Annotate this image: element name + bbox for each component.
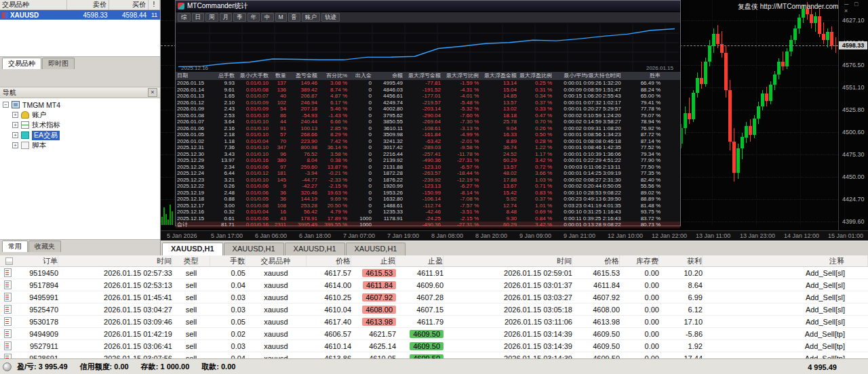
- order-row[interactable]: 94949092026.01.15 01:42:19sell0.02xauusd…: [0, 328, 868, 340]
- swap-value: 0.00: [620, 281, 659, 289]
- stop-loss-value: 4615.53: [362, 269, 396, 277]
- stats-cell: 1953.26: [374, 190, 405, 196]
- market-watch-tab[interactable]: 交易品种: [2, 58, 41, 69]
- stats-cell: 13.57: [481, 164, 519, 171]
- nav-item-indicators[interactable]: +技术指标: [0, 120, 160, 130]
- terminal-column-header[interactable]: 订单: [15, 255, 58, 266]
- navigator-tab[interactable]: 收藏夹: [28, 241, 61, 252]
- mtcommander-titlebar[interactable]: MTCommander统计: [176, 1, 680, 12]
- expand-icon[interactable]: +: [12, 142, 18, 148]
- expand-icon[interactable]: +: [12, 132, 18, 138]
- terminal-column-header[interactable]: 获利: [659, 255, 703, 266]
- stats-cell: 3.42 %: [519, 222, 554, 228]
- chart-window-controls[interactable]: ─ □ ×: [844, 1, 868, 14]
- expand-icon[interactable]: +: [12, 122, 18, 128]
- market-watch-tab[interactable]: 即时图: [42, 58, 75, 69]
- grid-icon[interactable]: [5, 257, 13, 265]
- stats-cell: -112.74: [405, 203, 443, 209]
- close-price: 4608.00: [572, 306, 620, 314]
- order-row[interactable]: 94959912026.01.15 01:45:41sell0.03xauusd…: [0, 291, 868, 304]
- stats-column-header[interactable]: 百分比%: [319, 72, 349, 80]
- order-row[interactable]: 95254702026.01.15 03:04:27sell0.03xauusd…: [0, 304, 868, 316]
- terminal-column-header[interactable]: 时间: [58, 255, 172, 266]
- stats-column-header[interactable]: 最大浮亏金额: [405, 72, 443, 80]
- v-gridline: [800, 0, 801, 226]
- terminal-column-header[interactable]: 注释: [703, 255, 868, 266]
- stats-column-header[interactable]: 出入金: [349, 72, 374, 80]
- market-watch-column-header[interactable]: 买价: [109, 0, 149, 9]
- nav-item-accounts[interactable]: +账户: [0, 110, 160, 120]
- stats-column-header[interactable]: 余额: [374, 72, 405, 80]
- stats-cell: 0: [349, 183, 374, 190]
- stats-toolbar-button[interactable]: 综: [178, 13, 191, 22]
- collapse-icon[interactable]: −: [3, 102, 9, 108]
- terminal-column-header[interactable]: 交易品种: [245, 255, 307, 266]
- symbol-row[interactable]: XAUUSD4598.334598.4411: [0, 10, 160, 20]
- stats-toolbar-button[interactable]: 轨迹: [321, 13, 340, 22]
- market-watch-column-header[interactable]: 交易品种: [0, 0, 67, 9]
- time-axis[interactable]: 5 Jan 20265 Jan 17:006 Jan 06:006 Jan 18…: [161, 230, 868, 241]
- stats-column-header[interactable]: 最小/大手数: [237, 72, 271, 80]
- market-watch-header[interactable]: 交易品种卖价买价!: [0, 0, 160, 10]
- stats-toolbar-button[interactable]: M: [275, 13, 287, 22]
- nav-item-ea[interactable]: +EA交易: [0, 130, 160, 140]
- stats-toolbar-button[interactable]: 音: [288, 13, 301, 22]
- market-watch-column-header[interactable]: 卖价: [67, 0, 109, 9]
- stats-toolbar-button[interactable]: 周: [205, 13, 218, 22]
- stats-toolbar-button[interactable]: 账户: [302, 13, 320, 22]
- chart-tab[interactable]: XAUUSD,H1: [162, 243, 223, 255]
- market-watch-tabs: 交易品种即时图: [0, 56, 160, 69]
- stats-column-header[interactable]: 日期: [177, 72, 214, 80]
- chart-tab[interactable]: XAUUSD,H1: [224, 243, 284, 255]
- stats-row: 2026.01.159.930.01/0.10137149.463.08 %04…: [176, 80, 680, 87]
- terminal-column-header[interactable]: 库存费: [620, 255, 659, 266]
- stats-cell: 8.48: [481, 209, 519, 215]
- stats-cell: 9.30: [481, 215, 519, 222]
- terminal-column-header[interactable]: 价格: [307, 255, 351, 266]
- stats-toolbar-button[interactable]: 中: [261, 13, 274, 22]
- chart-tab[interactable]: XAUUSD,H1: [346, 243, 406, 255]
- stats-column-header[interactable]: 胜率: [633, 72, 663, 80]
- market-watch-column-header[interactable]: !: [149, 0, 160, 9]
- order-row[interactable]: 95194502026.01.15 02:57:33sell0.05xauusd…: [0, 267, 868, 279]
- order-row[interactable]: 95178942026.01.15 02:53:13sell0.04xauusd…: [0, 279, 868, 291]
- stats-cell: 2026.01.09: [177, 106, 214, 112]
- stats-cell: 7.42 %: [319, 138, 349, 145]
- stats-column-header[interactable]: 数量: [271, 72, 288, 80]
- stats-toolbar-button[interactable]: 季: [233, 13, 246, 22]
- order-type: sell: [172, 306, 210, 314]
- stats-cell: -3.94: [288, 170, 319, 177]
- terminal-column-header[interactable]: 止损: [351, 255, 396, 266]
- open-time: 2026.01.15 02:53:13: [58, 281, 172, 289]
- stats-cell: 77.90 %: [633, 157, 663, 164]
- stats-row: 合计81.710.01/0.1623113995.49399.55 %1000-…: [176, 222, 680, 228]
- candle-wick: [689, 98, 690, 124]
- navigator-titlebar[interactable]: 导航 ×: [0, 87, 160, 98]
- stats-column-header[interactable]: 最大浮亏比例: [443, 72, 481, 80]
- chart-tab[interactable]: XAUUSD,H1: [285, 243, 345, 255]
- stats-column-header[interactable]: 盈亏金额: [288, 72, 319, 80]
- terminal-header[interactable]: 订单时间类型手数交易品种价格止损止盈时间价格库存费获利注释: [0, 255, 868, 267]
- stats-column-header[interactable]: 最大浮盈金额: [481, 72, 519, 80]
- order-row[interactable]: 95301782026.01.15 03:09:46sell0.05xauusd…: [0, 316, 868, 328]
- candle: [822, 34, 825, 40]
- navigator-tab[interactable]: 常用: [2, 241, 28, 252]
- mtcommander-window[interactable]: MTCommander统计 综日周月季年中M音账户轨迹 2025.12.16 2…: [175, 0, 681, 226]
- stats-column-header[interactable]: 总手数: [214, 72, 237, 80]
- stats-toolbar-button[interactable]: 年: [248, 13, 260, 22]
- stats-toolbar-button[interactable]: 日: [192, 13, 205, 22]
- nav-item-scripts[interactable]: +脚本: [0, 140, 160, 150]
- order-row[interactable]: 95279112026.01.15 03:06:41sell0.03xauusd…: [0, 340, 868, 352]
- expand-icon[interactable]: +: [12, 112, 18, 118]
- terminal-column-header[interactable]: 价格: [572, 255, 620, 266]
- terminal-column-header[interactable]: 手数: [210, 255, 245, 266]
- terminal-column-header[interactable]: 时间: [443, 255, 572, 266]
- stats-toolbar-button[interactable]: 月: [220, 13, 233, 22]
- terminal-column-header[interactable]: 止盈: [396, 255, 443, 266]
- close-icon[interactable]: ×: [148, 88, 157, 97]
- stats-column-header[interactable]: 最小/平均/最大持仓时间: [554, 72, 633, 80]
- terminal-column-header[interactable]: 类型: [172, 255, 210, 266]
- nav-root-item[interactable]: −TMGM MT4: [0, 100, 160, 110]
- stats-column-header[interactable]: 最大浮盈比例: [519, 72, 554, 80]
- stats-cell: 79.34 %: [633, 151, 663, 158]
